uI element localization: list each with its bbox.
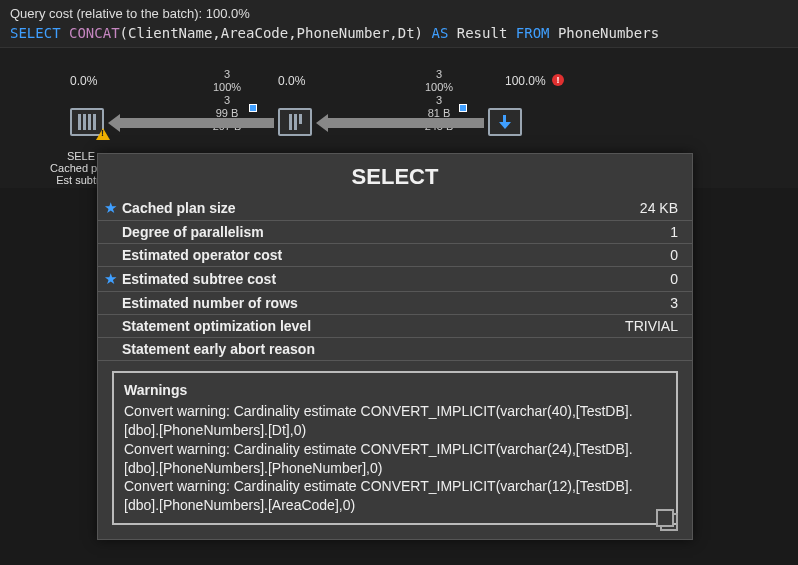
query-cost-line: Query cost (relative to the batch): 100.…: [10, 6, 788, 21]
prop-row: Estimated number of rows 3: [98, 292, 692, 315]
tooltip-title: SELECT: [98, 164, 692, 190]
prop-label: Statement early abort reason: [122, 341, 678, 357]
sql-args: (ClientName,AreaCode,PhoneNumber,Dt): [120, 25, 423, 41]
query-header: Query cost (relative to the batch): 100.…: [0, 0, 798, 48]
sql-statement: SELECT CONCAT(ClientName,AreaCode,PhoneN…: [10, 25, 788, 41]
prop-value: 0: [670, 271, 678, 287]
prop-label: Degree of parallelism: [122, 224, 670, 240]
prop-value: TRIVIAL: [625, 318, 678, 334]
plan-edge: [326, 118, 484, 128]
prop-label: Statement optimization level: [122, 318, 625, 334]
prop-value: 3: [670, 295, 678, 311]
sql-table: PhoneNumbers: [558, 25, 659, 41]
warnings-title: Warnings: [124, 381, 666, 400]
plan-node-scan[interactable]: [488, 108, 522, 136]
prop-row: Statement optimization level TRIVIAL: [98, 315, 692, 338]
prop-row: Statement early abort reason: [98, 338, 692, 361]
node2-cost-pct: 0.0%: [278, 74, 305, 88]
prop-value: 0: [670, 247, 678, 263]
copy-icon[interactable]: [660, 513, 678, 531]
kw-as: AS: [431, 25, 448, 41]
operator-tooltip: SELECT ★ Cached plan size 24 KB Degree o…: [97, 153, 693, 540]
prop-label: Estimated subtree cost: [122, 271, 670, 287]
star-icon: ★: [104, 270, 122, 288]
collapse-toggle-icon[interactable]: [459, 104, 467, 112]
kw-concat: CONCAT: [69, 25, 120, 41]
kw-from: FROM: [516, 25, 550, 41]
warning-line: Convert warning: Cardinality estimate CO…: [124, 402, 666, 440]
warning-badge-icon: !: [552, 74, 564, 86]
prop-row: Estimated operator cost 0: [98, 244, 692, 267]
node3-cost-pct: 100.0%: [505, 74, 546, 88]
prop-value: 24 KB: [640, 200, 678, 216]
kw-select: SELECT: [10, 25, 61, 41]
plan-node-compute[interactable]: [278, 108, 312, 136]
prop-label: Estimated number of rows: [122, 295, 670, 311]
prop-row: ★ Estimated subtree cost 0: [98, 267, 692, 292]
prop-label: Cached plan size: [122, 200, 640, 216]
warning-line: Convert warning: Cardinality estimate CO…: [124, 440, 666, 478]
plan-edge: [118, 118, 274, 128]
warning-line: Convert warning: Cardinality estimate CO…: [124, 477, 666, 515]
prop-label: Estimated operator cost: [122, 247, 670, 263]
sql-alias: Result: [457, 25, 508, 41]
download-arrow-icon: [498, 115, 512, 129]
star-icon: ★: [104, 199, 122, 217]
collapse-toggle-icon[interactable]: [249, 104, 257, 112]
warnings-box: Warnings Convert warning: Cardinality es…: [112, 371, 678, 525]
prop-row: ★ Cached plan size 24 KB: [98, 196, 692, 221]
prop-row: Degree of parallelism 1: [98, 221, 692, 244]
node1-cost-pct: 0.0%: [70, 74, 97, 88]
prop-value: 1: [670, 224, 678, 240]
